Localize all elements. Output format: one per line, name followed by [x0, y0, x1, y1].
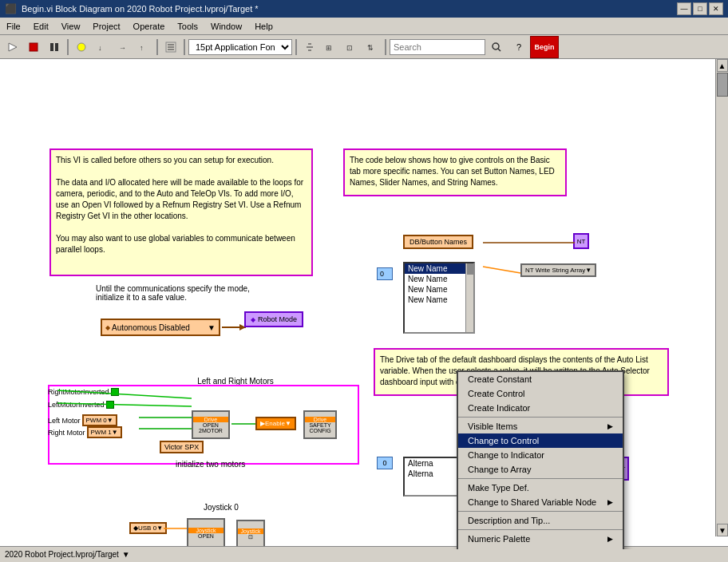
- ctx-sep-4: [458, 529, 623, 530]
- sep2: [156, 39, 158, 55]
- title-bar: ⬛ Begin.vi Block Diagram on 2020 Robot P…: [0, 0, 728, 18]
- shared-var-arrow: ▶: [607, 498, 613, 506]
- menu-tools[interactable]: Tools: [171, 20, 204, 33]
- pause-btn[interactable]: [45, 38, 64, 56]
- pwm1-ctrl[interactable]: PWM 1 ▼: [87, 426, 122, 438]
- ctx-numeric-palette[interactable]: Numeric Palette ▶: [458, 532, 623, 546]
- abort-btn[interactable]: [24, 38, 43, 56]
- step-over-btn[interactable]: →: [113, 38, 133, 56]
- right-motor-row: Right Motor PWM 1 ▼: [48, 426, 122, 438]
- svg-point-18: [493, 43, 499, 49]
- menu-operate[interactable]: Operate: [127, 20, 172, 33]
- svg-rect-1: [30, 43, 38, 51]
- svg-rect-2: [50, 43, 53, 51]
- menu-window[interactable]: Window: [204, 20, 248, 33]
- comment-text-3: Until the communications specify the mod…: [96, 284, 250, 302]
- step-into-btn[interactable]: ↓: [93, 38, 112, 56]
- svg-text:↓: ↓: [98, 44, 102, 52]
- maximize-button[interactable]: □: [693, 2, 707, 15]
- pwm0-ctrl[interactable]: PWM 0 ▼: [82, 414, 117, 426]
- begin-button[interactable]: Begin: [530, 36, 559, 58]
- listbox-item-4[interactable]: New Name: [405, 295, 473, 305]
- step-out-btn[interactable]: ↑: [134, 38, 153, 56]
- sep4: [295, 39, 297, 55]
- reorder-btn[interactable]: ⇅: [362, 38, 382, 56]
- ctx-change-to-array[interactable]: Change to Array: [458, 462, 623, 477]
- close-button[interactable]: ✕: [709, 2, 723, 15]
- svg-line-19: [498, 49, 500, 51]
- menu-bar: File Edit View Project Operate Tools Win…: [0, 18, 728, 35]
- ctx-create-control[interactable]: Create Control: [458, 386, 623, 401]
- menu-view[interactable]: View: [55, 20, 87, 33]
- ctx-create[interactable]: Create ▶: [458, 546, 623, 549]
- enable-block: ▶Enable▼: [255, 417, 296, 430]
- usb0-ctrl[interactable]: ◆ USB 0 ▼: [129, 522, 167, 534]
- comment-text-1: This VI is called before others so you c…: [56, 155, 307, 255]
- search-btn[interactable]: [487, 38, 506, 56]
- ctx-visible-items[interactable]: Visible Items ▶: [458, 419, 623, 433]
- joystick-open-block: Joystick OPEN: [187, 518, 225, 548]
- numeric-const-0-2: 0: [377, 457, 393, 469]
- nt-write-string-array[interactable]: NT Write String Array ▼: [520, 263, 596, 277]
- sep1: [67, 39, 69, 55]
- left-motor-inverted-row: LeftMotorInverted: [48, 401, 114, 409]
- search-input[interactable]: [390, 39, 485, 55]
- right-motor-inverted-row: RightMotorInverted: [48, 388, 119, 396]
- svg-text:⊞: ⊞: [326, 44, 332, 52]
- ctx-create-indicator[interactable]: Create Indicator: [458, 401, 623, 415]
- ctx-create-constant[interactable]: Create Constant: [458, 372, 623, 386]
- svg-text:⊡: ⊡: [346, 44, 353, 52]
- window-title: Begin.vi Block Diagram on 2020 Robot Pro…: [22, 4, 259, 14]
- highlight-btn[interactable]: [72, 38, 91, 56]
- status-arrow[interactable]: ▼: [122, 550, 130, 559]
- vertical-scrollbar[interactable]: ▲ ▼: [715, 59, 728, 536]
- clean-diagram-btn[interactable]: [161, 38, 180, 56]
- svg-point-4: [77, 43, 85, 51]
- name-listbox[interactable]: New Name New Name New Name New Name: [403, 262, 475, 334]
- ctx-sep-3: [458, 511, 623, 512]
- minimize-button[interactable]: —: [677, 2, 691, 15]
- init-two-motors-label: initialize two motors: [176, 460, 245, 469]
- svg-text:⇅: ⇅: [367, 44, 374, 52]
- menu-project[interactable]: Project: [86, 20, 126, 33]
- visible-items-arrow: ▶: [607, 422, 613, 430]
- scroll-up-btn[interactable]: ▲: [717, 59, 728, 72]
- window-controls[interactable]: — □ ✕: [677, 2, 723, 15]
- menu-file[interactable]: File: [0, 20, 27, 33]
- robot-mode-label: Robot Mode: [258, 315, 297, 323]
- align-btn[interactable]: [300, 38, 319, 56]
- menu-help[interactable]: Help: [248, 20, 279, 33]
- db-button-names-block: DB/Button Names: [403, 235, 473, 249]
- ctx-change-to-control[interactable]: Change to Control: [458, 433, 623, 448]
- help-btn[interactable]: ?: [509, 38, 528, 56]
- ctx-description-tip[interactable]: Description and Tip...: [458, 513, 623, 528]
- autonomous-disabled-ctrl[interactable]: ◆ Autonomous Disabled ▼: [101, 319, 220, 336]
- ctx-change-to-indicator[interactable]: Change to Indicator: [458, 448, 623, 462]
- right-motor-inverted-indicator: [111, 388, 119, 396]
- svg-marker-0: [9, 43, 17, 51]
- listbox-item-2[interactable]: New Name: [405, 274, 473, 284]
- svg-line-29: [483, 267, 520, 273]
- distribute-btn[interactable]: ⊞: [321, 38, 340, 56]
- joystick0-label: Joystick 0: [204, 503, 239, 512]
- ctx-make-type-def[interactable]: Make Type Def.: [458, 481, 623, 495]
- numeric-palette-arrow: ▶: [607, 535, 613, 543]
- block-diagram-canvas: This VI is called before others so you c…: [0, 59, 702, 549]
- menu-edit[interactable]: Edit: [27, 20, 55, 33]
- comment-box-1: This VI is called before others so you c…: [49, 148, 313, 276]
- status-text: 2020 Robot Project.lvproj/Target: [5, 550, 119, 559]
- svg-text:→: →: [119, 44, 126, 52]
- scroll-thumb[interactable]: [717, 73, 728, 97]
- scroll-down-btn[interactable]: ▼: [717, 524, 728, 536]
- listbox-item-3[interactable]: New Name: [405, 284, 473, 295]
- robot-mode-block: ◆ Robot Mode: [244, 311, 303, 327]
- run-arrow-btn[interactable]: [3, 38, 22, 56]
- font-selector[interactable]: 15pt Application Font: [188, 39, 292, 55]
- listbox-item-1[interactable]: New Name: [405, 263, 473, 274]
- sep5: [385, 39, 386, 55]
- comment-box-2: The code below shows how to give control…: [343, 148, 567, 196]
- victor-spx-ctrl[interactable]: Victor SPX: [160, 441, 204, 453]
- left-motor-inverted-indicator: [106, 401, 114, 409]
- resize-btn[interactable]: ⊡: [342, 38, 361, 56]
- ctx-change-to-shared-var[interactable]: Change to Shared Variable Node ▶: [458, 495, 623, 509]
